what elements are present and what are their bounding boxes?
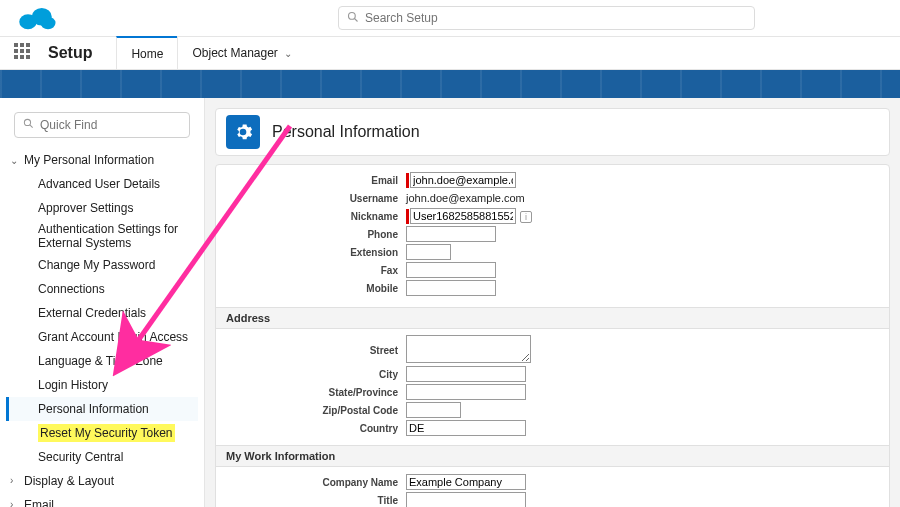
tree-item[interactable]: Login History bbox=[6, 373, 198, 397]
search-icon bbox=[23, 118, 34, 132]
fax-input[interactable] bbox=[406, 262, 496, 278]
info-icon[interactable]: i bbox=[520, 211, 532, 223]
tree-item[interactable]: Grant Account Login Access bbox=[6, 325, 198, 349]
field-phone: Phone bbox=[216, 225, 889, 243]
salesforce-logo-icon bbox=[18, 4, 58, 32]
country-input[interactable] bbox=[406, 420, 526, 436]
nav-tree: ⌄My Personal Information Advanced User D… bbox=[0, 148, 204, 507]
quick-find[interactable] bbox=[14, 112, 190, 138]
gear-icon bbox=[226, 115, 260, 149]
section-work: My Work Information bbox=[216, 445, 889, 467]
extension-input[interactable] bbox=[406, 244, 451, 260]
field-email: Email bbox=[216, 171, 889, 189]
chevron-right-icon: › bbox=[10, 473, 24, 488]
page-header: Personal Information bbox=[215, 108, 890, 156]
svg-line-4 bbox=[355, 18, 358, 21]
svg-line-6 bbox=[30, 125, 33, 128]
title-input[interactable] bbox=[406, 492, 526, 507]
field-street: Street bbox=[216, 335, 889, 365]
city-input[interactable] bbox=[406, 366, 526, 382]
svg-point-2 bbox=[41, 17, 56, 30]
tree-item[interactable]: Change My Password bbox=[6, 253, 198, 277]
state-input[interactable] bbox=[406, 384, 526, 400]
field-state: State/Province bbox=[216, 383, 889, 401]
username-value: john.doe@example.com bbox=[406, 192, 525, 204]
mobile-input[interactable] bbox=[406, 280, 496, 296]
navbar: Setup Home Object Manager⌄ bbox=[0, 36, 900, 70]
chevron-down-icon: ⌄ bbox=[10, 153, 24, 168]
field-title: Title bbox=[216, 491, 889, 507]
field-fax: Fax bbox=[216, 261, 889, 279]
chevron-right-icon: › bbox=[10, 497, 24, 507]
field-username: Usernamejohn.doe@example.com bbox=[216, 189, 889, 207]
tree-item-reset-security-token[interactable]: Reset My Security Token bbox=[6, 421, 198, 445]
svg-point-5 bbox=[24, 119, 30, 125]
tree-item[interactable]: External Credentials bbox=[6, 301, 198, 325]
tab-object-manager[interactable]: Object Manager⌄ bbox=[177, 36, 305, 70]
field-city: City bbox=[216, 365, 889, 383]
tree-item[interactable]: Advanced User Details bbox=[6, 172, 198, 196]
global-search-input[interactable] bbox=[365, 11, 746, 25]
page-title: Personal Information bbox=[272, 123, 420, 141]
field-extension: Extension bbox=[216, 243, 889, 261]
street-input[interactable] bbox=[406, 335, 531, 363]
tree-item[interactable]: Security Central bbox=[6, 445, 198, 469]
global-search[interactable] bbox=[338, 6, 755, 30]
tree-item[interactable]: Language & Time Zone bbox=[6, 349, 198, 373]
tab-home[interactable]: Home bbox=[116, 36, 177, 70]
tree-item[interactable]: Approver Settings bbox=[6, 196, 198, 220]
tree-cat[interactable]: ›Email bbox=[6, 493, 198, 507]
tree-item[interactable]: Authentication Settings for External Sys… bbox=[6, 220, 198, 253]
field-zip: Zip/Postal Code bbox=[216, 401, 889, 419]
field-nickname: Nicknamei bbox=[216, 207, 889, 225]
nickname-input[interactable] bbox=[410, 208, 516, 224]
blue-banner bbox=[0, 70, 900, 98]
svg-point-3 bbox=[349, 12, 356, 19]
tree-item-personal-information[interactable]: Personal Information bbox=[6, 397, 198, 421]
field-country: Country bbox=[216, 419, 889, 437]
field-mobile: Mobile bbox=[216, 279, 889, 297]
section-address: Address bbox=[216, 307, 889, 329]
field-company: Company Name bbox=[216, 473, 889, 491]
zip-input[interactable] bbox=[406, 402, 461, 418]
company-input[interactable] bbox=[406, 474, 526, 490]
chevron-down-icon: ⌄ bbox=[284, 48, 292, 59]
tree-item[interactable]: Connections bbox=[6, 277, 198, 301]
phone-input[interactable] bbox=[406, 226, 496, 242]
form-panel: Email Usernamejohn.doe@example.com Nickn… bbox=[215, 164, 890, 507]
tree-cat-personal-info[interactable]: ⌄My Personal Information bbox=[6, 148, 198, 172]
tree-cat[interactable]: ›Display & Layout bbox=[6, 469, 198, 493]
top-bar bbox=[0, 0, 900, 36]
app-launcher-icon[interactable] bbox=[14, 43, 34, 63]
search-icon bbox=[347, 11, 359, 26]
setup-label: Setup bbox=[48, 44, 92, 62]
main-panel: Personal Information Email Usernamejohn.… bbox=[205, 98, 900, 507]
sidebar: ⌄My Personal Information Advanced User D… bbox=[0, 98, 205, 507]
email-input[interactable] bbox=[410, 172, 516, 188]
quick-find-input[interactable] bbox=[40, 118, 190, 132]
